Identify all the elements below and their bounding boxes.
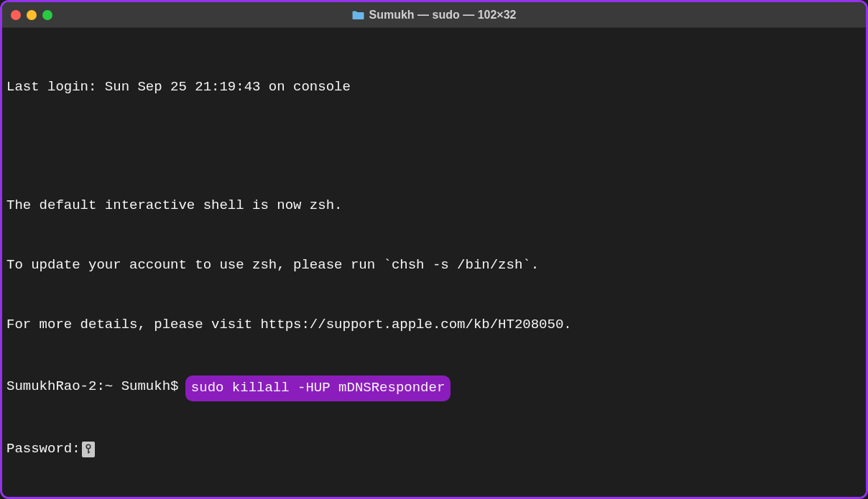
window-title: Sumukh — sudo — 102×32 bbox=[352, 9, 517, 22]
close-button[interactable] bbox=[11, 10, 21, 20]
title-bar: Sumukh — sudo — 102×32 bbox=[2, 2, 866, 28]
shell-notice-line-2: To update your account to use zsh, pleas… bbox=[6, 256, 862, 276]
maximize-button[interactable] bbox=[42, 10, 52, 20]
window-title-text: Sumukh — sudo — 102×32 bbox=[369, 9, 517, 22]
command-highlight: sudo killall -HUP mDNSResponder bbox=[185, 376, 451, 401]
prompt-line: SumukhRao-2:~ Sumukh$ sudo killall -HUP … bbox=[6, 374, 862, 400]
svg-rect-2 bbox=[88, 452, 90, 452]
traffic-lights bbox=[11, 10, 52, 20]
terminal-content[interactable]: Last login: Sun Sep 25 21:19:43 on conso… bbox=[2, 28, 866, 497]
blank-line bbox=[6, 137, 862, 157]
prompt-prefix: SumukhRao-2:~ Sumukh$ bbox=[6, 377, 187, 397]
last-login-line: Last login: Sun Sep 25 21:19:43 on conso… bbox=[6, 78, 862, 98]
folder-icon bbox=[352, 10, 365, 20]
password-line: Password: bbox=[6, 439, 862, 460]
svg-rect-1 bbox=[88, 448, 89, 453]
key-icon bbox=[82, 442, 95, 457]
minimize-button[interactable] bbox=[27, 10, 37, 20]
shell-notice-line-1: The default interactive shell is now zsh… bbox=[6, 196, 862, 216]
command-text: sudo killall -HUP mDNSResponder bbox=[191, 380, 445, 396]
password-label: Password: bbox=[6, 439, 80, 460]
svg-point-0 bbox=[86, 444, 91, 449]
shell-notice-line-3: For more details, please visit https://s… bbox=[6, 315, 862, 335]
terminal-window: Sumukh — sudo — 102×32 Last login: Sun S… bbox=[0, 0, 868, 499]
